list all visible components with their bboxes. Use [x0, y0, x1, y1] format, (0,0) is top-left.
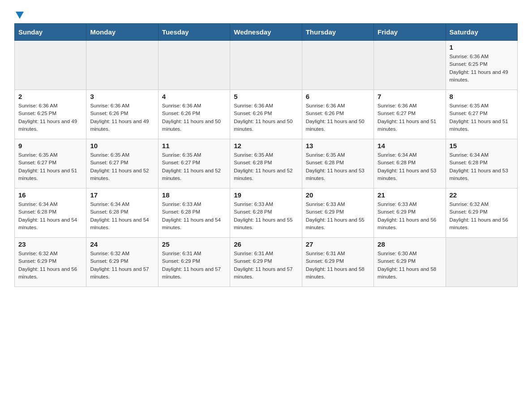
day-info: Sunrise: 6:32 AM Sunset: 6:29 PM Dayligh…: [90, 250, 154, 281]
calendar-cell: [230, 41, 302, 90]
logo-triangle-icon: [16, 12, 24, 19]
calendar-cell: 5Sunrise: 6:36 AM Sunset: 6:26 PM Daylig…: [230, 90, 302, 139]
day-info: Sunrise: 6:36 AM Sunset: 6:26 PM Dayligh…: [162, 102, 226, 133]
day-info: Sunrise: 6:35 AM Sunset: 6:27 PM Dayligh…: [450, 102, 514, 133]
day-number: 14: [378, 142, 442, 150]
day-info: Sunrise: 6:31 AM Sunset: 6:29 PM Dayligh…: [306, 250, 370, 281]
weekday-header-monday: Monday: [86, 24, 158, 41]
day-info: Sunrise: 6:32 AM Sunset: 6:29 PM Dayligh…: [18, 250, 82, 281]
day-number: 24: [90, 240, 154, 248]
day-info: Sunrise: 6:33 AM Sunset: 6:28 PM Dayligh…: [234, 201, 298, 231]
day-number: 19: [234, 191, 298, 199]
calendar-cell: 1Sunrise: 6:36 AM Sunset: 6:25 PM Daylig…: [446, 41, 517, 90]
day-info: Sunrise: 6:35 AM Sunset: 6:28 PM Dayligh…: [306, 151, 370, 182]
day-info: Sunrise: 6:36 AM Sunset: 6:26 PM Dayligh…: [90, 102, 154, 133]
day-info: Sunrise: 6:36 AM Sunset: 6:27 PM Dayligh…: [378, 102, 442, 133]
day-number: 26: [234, 240, 298, 248]
calendar-cell: 3Sunrise: 6:36 AM Sunset: 6:26 PM Daylig…: [86, 90, 158, 139]
day-info: Sunrise: 6:36 AM Sunset: 6:25 PM Dayligh…: [18, 102, 82, 133]
day-number: 23: [18, 240, 82, 248]
calendar-cell: 28Sunrise: 6:30 AM Sunset: 6:29 PM Dayli…: [374, 238, 446, 287]
calendar-week-row: 1Sunrise: 6:36 AM Sunset: 6:25 PM Daylig…: [15, 41, 518, 90]
day-info: Sunrise: 6:31 AM Sunset: 6:29 PM Dayligh…: [162, 250, 226, 281]
calendar-cell: 27Sunrise: 6:31 AM Sunset: 6:29 PM Dayli…: [302, 238, 373, 287]
day-info: Sunrise: 6:31 AM Sunset: 6:29 PM Dayligh…: [234, 250, 298, 281]
calendar-week-row: 16Sunrise: 6:34 AM Sunset: 6:28 PM Dayli…: [15, 188, 518, 238]
day-number: 17: [90, 191, 154, 199]
calendar-cell: 6Sunrise: 6:36 AM Sunset: 6:26 PM Daylig…: [302, 90, 373, 139]
day-number: 21: [378, 191, 442, 199]
calendar-cell: 15Sunrise: 6:34 AM Sunset: 6:28 PM Dayli…: [446, 139, 517, 188]
calendar-cell: 17Sunrise: 6:34 AM Sunset: 6:28 PM Dayli…: [86, 188, 158, 238]
weekday-header-wednesday: Wednesday: [230, 24, 302, 41]
day-info: Sunrise: 6:33 AM Sunset: 6:28 PM Dayligh…: [162, 201, 226, 231]
calendar-cell: [86, 41, 158, 90]
day-number: 3: [90, 93, 154, 100]
day-info: Sunrise: 6:34 AM Sunset: 6:28 PM Dayligh…: [90, 201, 154, 231]
day-info: Sunrise: 6:30 AM Sunset: 6:29 PM Dayligh…: [378, 250, 442, 281]
day-number: 11: [162, 142, 226, 150]
logo: [14, 11, 24, 18]
weekday-header-thursday: Thursday: [302, 24, 373, 41]
day-number: 25: [162, 240, 226, 248]
day-info: Sunrise: 6:36 AM Sunset: 6:26 PM Dayligh…: [234, 102, 298, 133]
weekday-header-tuesday: Tuesday: [158, 24, 230, 41]
calendar-cell: 10Sunrise: 6:35 AM Sunset: 6:27 PM Dayli…: [86, 139, 158, 188]
calendar-cell: 8Sunrise: 6:35 AM Sunset: 6:27 PM Daylig…: [446, 90, 517, 139]
day-info: Sunrise: 6:34 AM Sunset: 6:28 PM Dayligh…: [450, 151, 514, 182]
day-number: 20: [306, 191, 370, 199]
day-info: Sunrise: 6:33 AM Sunset: 6:29 PM Dayligh…: [378, 201, 442, 231]
calendar-cell: 20Sunrise: 6:33 AM Sunset: 6:29 PM Dayli…: [302, 188, 373, 238]
day-number: 9: [18, 142, 82, 150]
calendar-cell: [374, 41, 446, 90]
calendar-cell: 25Sunrise: 6:31 AM Sunset: 6:29 PM Dayli…: [158, 238, 230, 287]
calendar-cell: 23Sunrise: 6:32 AM Sunset: 6:29 PM Dayli…: [15, 238, 86, 287]
calendar-cell: 14Sunrise: 6:34 AM Sunset: 6:28 PM Dayli…: [374, 139, 446, 188]
calendar-cell: 2Sunrise: 6:36 AM Sunset: 6:25 PM Daylig…: [15, 90, 86, 139]
page-header: [14, 11, 518, 18]
calendar-cell: [446, 238, 517, 287]
day-info: Sunrise: 6:36 AM Sunset: 6:25 PM Dayligh…: [450, 53, 514, 84]
calendar-cell: 13Sunrise: 6:35 AM Sunset: 6:28 PM Dayli…: [302, 139, 373, 188]
calendar-cell: 21Sunrise: 6:33 AM Sunset: 6:29 PM Dayli…: [374, 188, 446, 238]
calendar-cell: 24Sunrise: 6:32 AM Sunset: 6:29 PM Dayli…: [86, 238, 158, 287]
day-info: Sunrise: 6:35 AM Sunset: 6:27 PM Dayligh…: [18, 151, 82, 182]
day-number: 27: [306, 240, 370, 248]
calendar-cell: 9Sunrise: 6:35 AM Sunset: 6:27 PM Daylig…: [15, 139, 86, 188]
calendar-cell: [158, 41, 230, 90]
calendar-cell: 12Sunrise: 6:35 AM Sunset: 6:28 PM Dayli…: [230, 139, 302, 188]
day-number: 28: [378, 240, 442, 248]
day-number: 8: [450, 93, 514, 100]
calendar-week-row: 2Sunrise: 6:36 AM Sunset: 6:25 PM Daylig…: [15, 90, 518, 139]
day-number: 12: [234, 142, 298, 150]
weekday-header-friday: Friday: [374, 24, 446, 41]
day-info: Sunrise: 6:34 AM Sunset: 6:28 PM Dayligh…: [378, 151, 442, 182]
day-info: Sunrise: 6:33 AM Sunset: 6:29 PM Dayligh…: [306, 201, 370, 231]
calendar-table: SundayMondayTuesdayWednesdayThursdayFrid…: [14, 23, 518, 287]
day-number: 10: [90, 142, 154, 150]
day-number: 6: [306, 93, 370, 100]
calendar-cell: 4Sunrise: 6:36 AM Sunset: 6:26 PM Daylig…: [158, 90, 230, 139]
calendar-cell: 19Sunrise: 6:33 AM Sunset: 6:28 PM Dayli…: [230, 188, 302, 238]
day-info: Sunrise: 6:36 AM Sunset: 6:26 PM Dayligh…: [306, 102, 370, 133]
day-info: Sunrise: 6:34 AM Sunset: 6:28 PM Dayligh…: [18, 201, 82, 231]
day-number: 15: [450, 142, 514, 150]
day-number: 1: [450, 43, 514, 51]
calendar-cell: [302, 41, 373, 90]
day-info: Sunrise: 6:35 AM Sunset: 6:28 PM Dayligh…: [234, 151, 298, 182]
calendar-cell: 22Sunrise: 6:32 AM Sunset: 6:29 PM Dayli…: [446, 188, 517, 238]
weekday-header-row: SundayMondayTuesdayWednesdayThursdayFrid…: [15, 24, 518, 41]
day-number: 4: [162, 93, 226, 100]
calendar-cell: 16Sunrise: 6:34 AM Sunset: 6:28 PM Dayli…: [15, 188, 86, 238]
day-number: 2: [18, 93, 82, 100]
calendar-cell: [15, 41, 86, 90]
calendar-week-row: 23Sunrise: 6:32 AM Sunset: 6:29 PM Dayli…: [15, 238, 518, 287]
calendar-week-row: 9Sunrise: 6:35 AM Sunset: 6:27 PM Daylig…: [15, 139, 518, 188]
day-number: 16: [18, 191, 82, 199]
day-number: 7: [378, 93, 442, 100]
calendar-cell: 11Sunrise: 6:35 AM Sunset: 6:27 PM Dayli…: [158, 139, 230, 188]
day-number: 22: [450, 191, 514, 199]
day-info: Sunrise: 6:35 AM Sunset: 6:27 PM Dayligh…: [162, 151, 226, 182]
day-number: 13: [306, 142, 370, 150]
day-info: Sunrise: 6:35 AM Sunset: 6:27 PM Dayligh…: [90, 151, 154, 182]
